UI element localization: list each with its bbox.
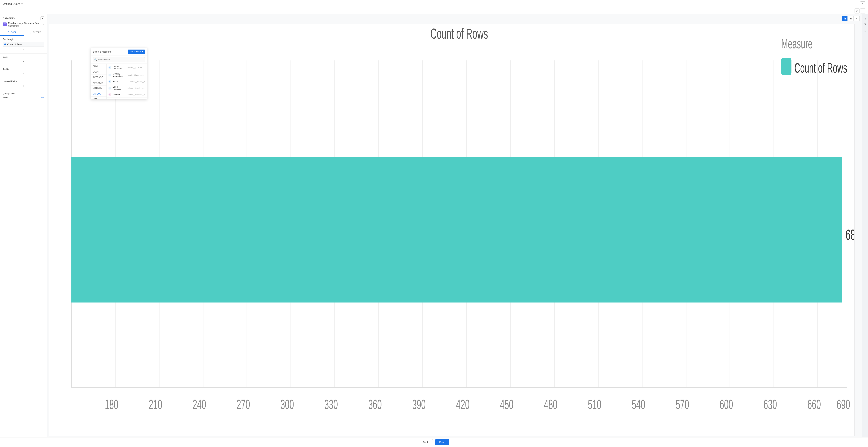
chevron-down-icon: ▾	[142, 51, 143, 53]
add-dataset-button[interactable]: +	[40, 17, 44, 20]
pill-color-indicator	[4, 43, 6, 45]
svg-text:210: 210	[149, 397, 162, 412]
field-name: Monthly Interaction...	[113, 72, 126, 78]
svg-text:690: 690	[837, 397, 850, 412]
dimension-icon: A	[108, 93, 111, 96]
svg-text:570: 570	[676, 397, 689, 412]
tab-data[interactable]: ☰ DATA	[0, 29, 24, 36]
trellis-section: Trellis +	[0, 66, 47, 78]
field-name: Account ID	[113, 99, 135, 99]
measure-select-popup: Select a measure Add Column ▾ 🔍 SUMCOUNT…	[91, 48, 147, 99]
dataset-name: Monthly Usage Summary Data Combined	[8, 22, 42, 27]
bar-length-section: Bar Length Count of Rows +	[0, 36, 47, 54]
svg-rect-48	[864, 18, 864, 20]
agg-item-minimum[interactable]: MINIMUM	[91, 86, 106, 91]
field-name: Account	[113, 93, 126, 96]
add-bar-length-button[interactable]: +	[3, 48, 44, 51]
done-button[interactable]: Done	[435, 439, 450, 445]
measure-icon: ~	[108, 73, 111, 77]
field-item[interactable]: ~Monthly Interaction...MonthlySummaryLo.…	[107, 71, 147, 79]
agg-item-unique[interactable]: UNIQUE	[91, 91, 106, 97]
query-limit-value-row: 2000 Edit	[3, 96, 44, 99]
add-unused-button[interactable]: +	[3, 84, 44, 88]
field-path: sfLma__Seats__c	[130, 81, 145, 83]
chart-toolbar: ⊞ >_	[48, 14, 862, 23]
undo-button[interactable]: ↩	[855, 8, 860, 13]
dropdown-title: Select a measure	[93, 51, 111, 53]
add-bars-button[interactable]: +	[3, 60, 44, 63]
tab-filters-label: FILTERS	[33, 31, 41, 34]
redo-button[interactable]: ↪	[860, 8, 865, 13]
query-limit-label: Query Limit	[3, 92, 15, 95]
svg-text:630: 630	[764, 397, 777, 412]
svg-text:Count of Rows: Count of Rows	[430, 26, 488, 41]
code-button[interactable]: >_	[854, 16, 860, 21]
field-item[interactable]: AAccount IDAccount.Id	[107, 97, 147, 99]
count-of-rows-pill[interactable]: Count of Rows	[3, 42, 44, 47]
close-button[interactable]: ×	[860, 1, 865, 6]
agg-item-sum[interactable]: SUM	[91, 64, 106, 69]
svg-rect-1	[4, 25, 6, 25]
query-limit-section: Query Limit ℹ 2000 Edit	[0, 90, 47, 101]
svg-text:685: 685	[845, 227, 855, 243]
unused-fields-label: Unused Fields	[3, 80, 44, 83]
field-path: sfLma__Account__c	[128, 94, 145, 96]
field-name: Used Licenses	[113, 86, 126, 91]
agg-item-median[interactable]: MEDIAN	[91, 97, 106, 99]
svg-text:330: 330	[324, 397, 338, 412]
dataset-item[interactable]: Monthly Usage Summary Data Combined ▾	[3, 22, 44, 27]
svg-rect-3	[845, 18, 845, 20]
edit-title-icon[interactable]: ✏	[21, 2, 23, 5]
svg-text:390: 390	[412, 397, 426, 412]
add-column-button[interactable]: Add Column ▾	[128, 50, 145, 54]
svg-rect-43	[71, 157, 842, 303]
bottom-bar: Back Done	[0, 437, 868, 447]
search-box: 🔍	[91, 56, 147, 64]
field-path: sfLma__Used_Licen...	[128, 87, 145, 89]
svg-text:480: 480	[544, 397, 557, 412]
measure-icon: ~	[108, 80, 111, 83]
dataset-chevron-icon[interactable]: ▾	[43, 23, 44, 26]
agg-item-average[interactable]: AVERAGE	[91, 75, 106, 80]
field-item[interactable]: ~Used LicensessfLma__Used_Licen...	[107, 84, 147, 92]
svg-text:Measure: Measure	[781, 36, 812, 51]
chart-visualization: 180 210 240 270 300 330 360 390 420 450 …	[49, 24, 855, 436]
filter-icon[interactable]	[863, 22, 867, 27]
measure-icon: ~	[108, 66, 111, 69]
page-title: Untitled Query	[3, 2, 20, 5]
svg-text:660: 660	[807, 397, 821, 412]
tab-data-label: DATA	[11, 31, 16, 34]
bar-chart-button[interactable]	[842, 16, 847, 21]
filters-tab-icon: ▽	[30, 31, 31, 34]
dataset-icon	[3, 23, 7, 26]
agg-item-maximum[interactable]: MAXIMUM	[91, 80, 106, 86]
add-trellis-button[interactable]: +	[3, 72, 44, 76]
back-button[interactable]: Back	[418, 439, 433, 445]
unused-fields-section: Unused Fields +	[0, 78, 47, 90]
top-bar: Untitled Query ✏ ×	[0, 0, 868, 8]
field-item[interactable]: AAccountsfLma__Account__c	[107, 92, 147, 97]
field-name: License Utilization	[113, 65, 126, 70]
svg-text:270: 270	[237, 397, 250, 412]
field-item[interactable]: ~SeatssfLma__Seats__c	[107, 79, 147, 84]
table-button[interactable]: ⊞	[848, 16, 854, 21]
dropdown-header: Select a measure Add Column ▾	[91, 48, 147, 56]
chart-area: ⊞ >_ Select a measure Add Column ▾ 🔍 SUM…	[48, 14, 862, 437]
search-input[interactable]	[93, 57, 145, 62]
agg-item-count[interactable]: COUNT	[91, 69, 106, 75]
history-icon[interactable]	[863, 29, 867, 33]
query-limit-edit-button[interactable]: Edit	[41, 96, 44, 99]
sidebar-tabs: ☰ DATA ▽ FILTERS	[0, 29, 47, 36]
svg-text:450: 450	[500, 397, 514, 412]
chart-type-icon[interactable]	[863, 16, 867, 21]
svg-text:Count of Rows: Count of Rows	[795, 61, 847, 76]
field-name: Seats	[113, 80, 128, 83]
field-item[interactable]: ~License Utilizationbtcdev__LicenseUtil.…	[107, 64, 147, 71]
main-area: Datasets + Monthly Usage Summary Data Co…	[0, 14, 868, 437]
datasets-header: Datasets +	[3, 17, 44, 20]
aggregation-list: SUMCOUNTAVERAGEMAXIMUMMINIMUMUNIQUEMEDIA…	[91, 64, 107, 99]
tab-filters[interactable]: ▽ FILTERS	[24, 29, 48, 36]
svg-text:240: 240	[193, 397, 206, 412]
svg-rect-49	[865, 17, 865, 20]
bars-section: Bars +	[0, 54, 47, 66]
